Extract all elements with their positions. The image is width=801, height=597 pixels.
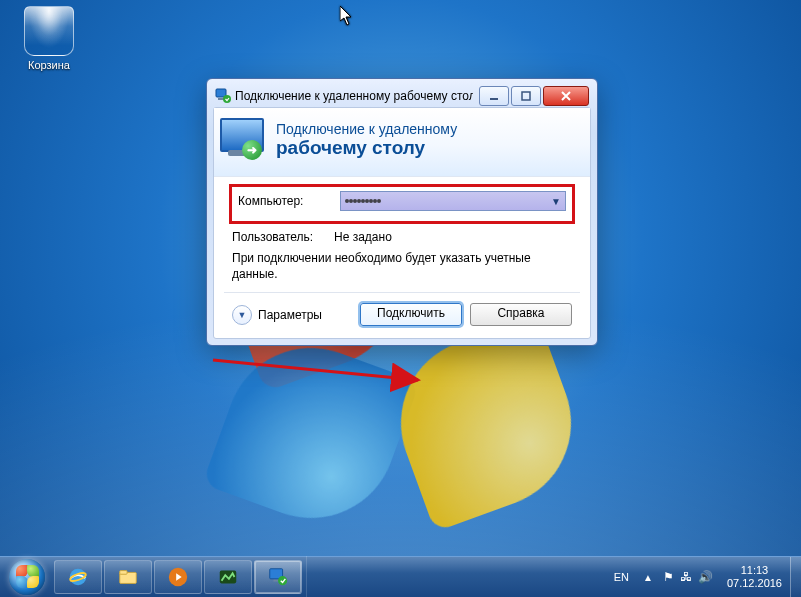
tray-overflow-icon[interactable]: ▲ [643, 572, 653, 583]
computer-combobox[interactable]: ▼ [340, 191, 566, 211]
banner-subtitle: Подключение к удаленному [276, 121, 457, 137]
clock-date: 07.12.2016 [727, 577, 782, 590]
user-label: Пользователь: [232, 230, 326, 244]
close-button[interactable] [543, 86, 589, 106]
taskbar-app-1[interactable] [204, 560, 252, 594]
maximize-button[interactable] [511, 86, 541, 106]
taskbar-pins [54, 556, 307, 597]
system-tray: EN ▲ ⚑ 🖧 🔊 11:13 07.12.2016 [610, 564, 790, 589]
connect-button[interactable]: Подключить [360, 303, 462, 326]
svg-point-2 [223, 95, 231, 103]
recycle-bin-icon[interactable]: Корзина [12, 6, 86, 72]
user-value: Не задано [334, 230, 392, 244]
banner: ➜ Подключение к удаленному рабочему стол… [214, 108, 590, 177]
window-title: Подключение к удаленному рабочему столу [235, 89, 473, 103]
rdp-icon: ➜ [216, 118, 264, 162]
volume-icon[interactable]: 🔊 [698, 570, 713, 584]
taskbar: EN ▲ ⚑ 🖧 🔊 11:13 07.12.2016 [0, 556, 801, 597]
credentials-hint: При подключении необходимо будет указать… [232, 250, 572, 282]
rdp-title-icon [215, 88, 231, 104]
clock-time: 11:13 [727, 564, 782, 577]
computer-label: Компьютер: [238, 194, 332, 208]
clock[interactable]: 11:13 07.12.2016 [723, 564, 786, 589]
network-icon[interactable]: 🖧 [680, 570, 692, 584]
taskbar-media-player[interactable] [154, 560, 202, 594]
options-label: Параметры [258, 308, 322, 322]
windows-logo-icon [9, 559, 45, 595]
show-desktop-button[interactable] [790, 557, 801, 597]
svg-rect-0 [216, 89, 226, 97]
taskbar-rdp-running[interactable] [254, 560, 302, 594]
chevron-down-icon[interactable]: ▼ [551, 196, 561, 207]
taskbar-explorer[interactable] [104, 560, 152, 594]
svg-rect-9 [120, 571, 127, 575]
cursor-icon [340, 6, 354, 29]
annotation-highlight-box: Компьютер: ▼ [229, 184, 575, 224]
start-button[interactable] [0, 557, 54, 597]
trash-icon [24, 6, 74, 56]
titlebar[interactable]: Подключение к удаленному рабочему столу [213, 85, 591, 107]
rdp-window: Подключение к удаленному рабочему столу … [206, 78, 598, 346]
computer-value-hidden [345, 199, 551, 203]
options-toggle[interactable]: ▼ Параметры [232, 305, 352, 325]
separator [224, 292, 580, 293]
recycle-bin-label: Корзина [28, 59, 70, 71]
language-indicator[interactable]: EN [610, 569, 633, 585]
minimize-button[interactable] [479, 86, 509, 106]
window-client-area: ➜ Подключение к удаленному рабочему стол… [213, 107, 591, 339]
svg-point-14 [278, 576, 287, 585]
svg-rect-4 [522, 92, 530, 100]
help-button[interactable]: Справка [470, 303, 572, 326]
taskbar-ie[interactable] [54, 560, 102, 594]
chevron-down-icon: ▼ [232, 305, 252, 325]
action-center-icon[interactable]: ⚑ [663, 570, 674, 584]
banner-title: рабочему столу [276, 137, 457, 159]
